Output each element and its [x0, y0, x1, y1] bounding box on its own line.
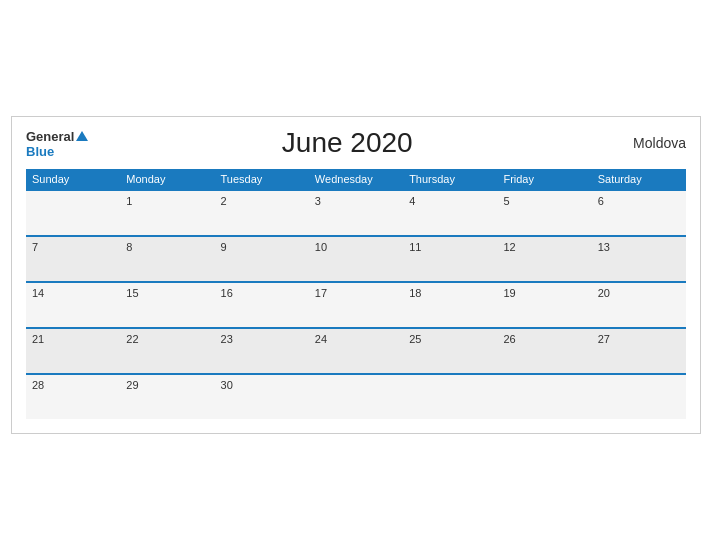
calendar-cell: 9 — [215, 236, 309, 282]
calendar-cell: 15 — [120, 282, 214, 328]
day-number: 14 — [32, 287, 44, 299]
day-number: 6 — [598, 195, 604, 207]
country-label: Moldova — [606, 135, 686, 151]
day-number: 29 — [126, 379, 138, 391]
calendar-cell: 27 — [592, 328, 686, 374]
calendar-cell: 11 — [403, 236, 497, 282]
day-number: 5 — [503, 195, 509, 207]
calendar-cell: 17 — [309, 282, 403, 328]
day-number: 19 — [503, 287, 515, 299]
weekday-header-wednesday: Wednesday — [309, 169, 403, 190]
weekday-header-sunday: Sunday — [26, 169, 120, 190]
day-number: 27 — [598, 333, 610, 345]
weekday-header-monday: Monday — [120, 169, 214, 190]
calendar-cell: 3 — [309, 190, 403, 236]
day-number: 13 — [598, 241, 610, 253]
calendar-cell: 14 — [26, 282, 120, 328]
calendar-cell: 2 — [215, 190, 309, 236]
day-number: 7 — [32, 241, 38, 253]
calendar-cell: 8 — [120, 236, 214, 282]
day-number: 30 — [221, 379, 233, 391]
calendar-cell: 12 — [497, 236, 591, 282]
calendar-title: June 2020 — [88, 127, 606, 159]
day-number: 12 — [503, 241, 515, 253]
day-number: 22 — [126, 333, 138, 345]
day-number: 8 — [126, 241, 132, 253]
calendar: General Blue June 2020 Moldova SundayMon… — [11, 116, 701, 434]
calendar-cell: 28 — [26, 374, 120, 419]
calendar-cell — [26, 190, 120, 236]
calendar-header-row: SundayMondayTuesdayWednesdayThursdayFrid… — [26, 169, 686, 190]
day-number: 21 — [32, 333, 44, 345]
weekday-header-thursday: Thursday — [403, 169, 497, 190]
logo: General Blue — [26, 127, 88, 159]
day-number: 24 — [315, 333, 327, 345]
calendar-cell: 29 — [120, 374, 214, 419]
weekday-header-saturday: Saturday — [592, 169, 686, 190]
day-number: 3 — [315, 195, 321, 207]
calendar-cell — [403, 374, 497, 419]
day-number: 20 — [598, 287, 610, 299]
calendar-table: SundayMondayTuesdayWednesdayThursdayFrid… — [26, 169, 686, 419]
calendar-cell: 26 — [497, 328, 591, 374]
calendar-cell — [592, 374, 686, 419]
week-row-0: 123456 — [26, 190, 686, 236]
day-number: 23 — [221, 333, 233, 345]
calendar-cell: 18 — [403, 282, 497, 328]
calendar-cell: 7 — [26, 236, 120, 282]
day-number: 18 — [409, 287, 421, 299]
day-number: 25 — [409, 333, 421, 345]
calendar-cell: 19 — [497, 282, 591, 328]
week-row-1: 78910111213 — [26, 236, 686, 282]
day-number: 1 — [126, 195, 132, 207]
calendar-cell: 24 — [309, 328, 403, 374]
calendar-body: 1234567891011121314151617181920212223242… — [26, 190, 686, 419]
day-number: 11 — [409, 241, 421, 253]
day-number: 26 — [503, 333, 515, 345]
calendar-cell: 5 — [497, 190, 591, 236]
logo-blue-text: Blue — [26, 145, 88, 159]
week-row-2: 14151617181920 — [26, 282, 686, 328]
week-row-3: 21222324252627 — [26, 328, 686, 374]
day-number: 4 — [409, 195, 415, 207]
day-number: 10 — [315, 241, 327, 253]
weekday-header-row: SundayMondayTuesdayWednesdayThursdayFrid… — [26, 169, 686, 190]
calendar-cell: 16 — [215, 282, 309, 328]
weekday-header-tuesday: Tuesday — [215, 169, 309, 190]
calendar-cell: 4 — [403, 190, 497, 236]
day-number: 2 — [221, 195, 227, 207]
day-number: 28 — [32, 379, 44, 391]
day-number: 16 — [221, 287, 233, 299]
calendar-cell: 10 — [309, 236, 403, 282]
calendar-cell: 6 — [592, 190, 686, 236]
calendar-cell: 30 — [215, 374, 309, 419]
calendar-cell: 22 — [120, 328, 214, 374]
calendar-cell: 25 — [403, 328, 497, 374]
logo-triangle-icon — [76, 131, 88, 141]
weekday-header-friday: Friday — [497, 169, 591, 190]
calendar-header: General Blue June 2020 Moldova — [26, 127, 686, 159]
calendar-cell: 13 — [592, 236, 686, 282]
calendar-cell — [497, 374, 591, 419]
calendar-cell — [309, 374, 403, 419]
calendar-cell: 23 — [215, 328, 309, 374]
calendar-cell: 21 — [26, 328, 120, 374]
logo-general-text: General — [26, 127, 88, 145]
calendar-cell: 1 — [120, 190, 214, 236]
calendar-cell: 20 — [592, 282, 686, 328]
day-number: 17 — [315, 287, 327, 299]
day-number: 15 — [126, 287, 138, 299]
day-number: 9 — [221, 241, 227, 253]
week-row-4: 282930 — [26, 374, 686, 419]
